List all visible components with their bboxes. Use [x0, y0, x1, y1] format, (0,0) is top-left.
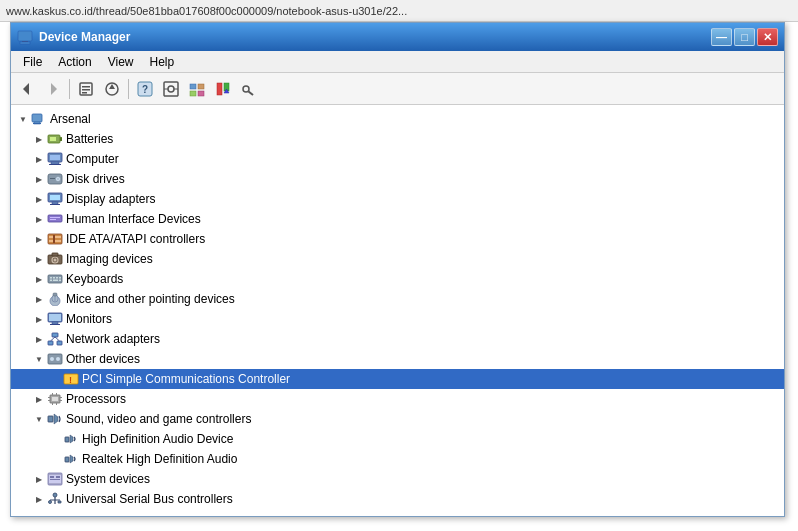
tree-item-monitors[interactable]: Monitors	[11, 309, 784, 329]
expand-imaging[interactable]	[31, 251, 47, 267]
usb-label: Universal Serial Bus controllers	[66, 492, 233, 506]
svg-rect-42	[52, 202, 58, 204]
mice-label: Mice and other pointing devices	[66, 292, 235, 306]
tree-item-mice[interactable]: Mice and other pointing devices	[11, 289, 784, 309]
svg-rect-73	[57, 341, 62, 345]
window-titlebar: Device Manager — □ ✕	[11, 23, 784, 51]
tree-item-realtek[interactable]: Realtek High Definition Audio	[11, 449, 784, 469]
expand-keyboards[interactable]	[31, 271, 47, 287]
device-type-button[interactable]	[185, 77, 209, 101]
toolbar-sep-1	[69, 79, 70, 99]
tree-item-imaging[interactable]: Imaging devices	[11, 249, 784, 269]
svg-rect-87	[52, 393, 53, 395]
svg-rect-35	[49, 164, 61, 165]
maximize-button[interactable]: □	[734, 28, 755, 46]
expand-ide[interactable]	[31, 231, 47, 247]
tree-item-system[interactable]: System devices	[11, 469, 784, 489]
tree-item-other-devices[interactable]: Other devices	[11, 349, 784, 369]
expand-mice[interactable]	[31, 291, 47, 307]
imaging-icon	[47, 251, 63, 267]
menu-help[interactable]: Help	[142, 53, 183, 71]
expand-monitors[interactable]	[31, 311, 47, 327]
expand-computer[interactable]	[31, 151, 47, 167]
tree-item-disk-drives[interactable]: Disk drives	[11, 169, 784, 189]
tree-item-processors[interactable]: Processors	[11, 389, 784, 409]
svg-rect-59	[59, 277, 61, 279]
realtek-icon	[63, 451, 79, 467]
tree-root-arsenal[interactable]: Arsenal	[11, 109, 784, 129]
display-adapters-icon	[47, 191, 63, 207]
tree-item-display-adapters[interactable]: Display adapters	[11, 189, 784, 209]
svg-rect-17	[190, 84, 196, 89]
svg-rect-71	[52, 333, 58, 337]
svg-point-102	[49, 501, 52, 504]
hid-icon	[47, 211, 63, 227]
expand-system[interactable]	[31, 471, 47, 487]
menu-action[interactable]: Action	[50, 53, 99, 71]
expand-usb[interactable]	[31, 491, 47, 507]
svg-text:!: !	[69, 375, 72, 385]
properties-button[interactable]	[74, 77, 98, 101]
tree-item-computer[interactable]: Computer	[11, 149, 784, 169]
computer-icon	[47, 151, 63, 167]
menu-view[interactable]: View	[100, 53, 142, 71]
device-manager-icon	[17, 29, 33, 45]
svg-rect-45	[50, 217, 60, 218]
tree-item-batteries[interactable]: Batteries	[11, 129, 784, 149]
expand-display-adapters[interactable]	[31, 191, 47, 207]
svg-rect-69	[52, 322, 58, 324]
expand-other-devices[interactable]	[31, 351, 47, 367]
svg-rect-7	[82, 89, 90, 91]
expand-disk-drives[interactable]	[31, 171, 47, 187]
expand-processors[interactable]	[31, 391, 47, 407]
tree-item-keyboards[interactable]: Keyboards	[11, 269, 784, 289]
svg-point-38	[57, 178, 59, 180]
usb-icon	[47, 491, 63, 507]
expand-arsenal[interactable]	[15, 111, 31, 127]
minimize-button[interactable]: —	[711, 28, 732, 46]
svg-rect-96	[50, 476, 54, 478]
expand-hid[interactable]	[31, 211, 47, 227]
svg-rect-55	[48, 275, 62, 283]
tree-item-hid[interactable]: Human Interface Devices	[11, 209, 784, 229]
svg-rect-50	[53, 235, 55, 243]
tree-item-usb[interactable]: Universal Serial Bus controllers	[11, 489, 784, 509]
back-button[interactable]	[15, 77, 39, 101]
expand-batteries[interactable]	[31, 131, 47, 147]
svg-rect-90	[56, 403, 57, 405]
scan-hardware-button[interactable]	[159, 77, 183, 101]
tree-item-network[interactable]: Network adapters	[11, 329, 784, 349]
svg-rect-54	[52, 253, 58, 256]
svg-point-14	[168, 86, 174, 92]
expand-network[interactable]	[31, 331, 47, 347]
ide-icon	[47, 231, 63, 247]
titlebar-left: Device Manager	[17, 29, 130, 45]
close-button[interactable]: ✕	[757, 28, 778, 46]
tree-item-hd-audio[interactable]: High Definition Audio Device	[11, 429, 784, 449]
svg-rect-61	[53, 280, 58, 282]
tree-container[interactable]: Arsenal Batteries Computer Disk drives	[11, 105, 784, 516]
resources-button[interactable]	[211, 77, 235, 101]
svg-rect-1	[20, 42, 30, 44]
device-manager-window: Device Manager — □ ✕ File Action View He…	[10, 22, 785, 517]
hd-audio-label: High Definition Audio Device	[82, 432, 233, 446]
update-driver-button[interactable]	[100, 77, 124, 101]
svg-rect-8	[82, 92, 87, 94]
svg-rect-58	[56, 277, 58, 279]
svg-line-25	[249, 91, 254, 95]
forward-button[interactable]	[41, 77, 65, 101]
view-button[interactable]	[237, 77, 261, 101]
svg-rect-33	[50, 155, 60, 160]
help-button[interactable]: ?	[133, 77, 157, 101]
svg-rect-92	[65, 437, 69, 442]
svg-rect-41	[50, 195, 60, 200]
tree-item-ide[interactable]: IDE ATA/ATAPI controllers	[11, 229, 784, 249]
svg-rect-85	[60, 397, 62, 398]
svg-rect-26	[32, 114, 42, 122]
expand-sound[interactable]	[31, 411, 47, 427]
menu-file[interactable]: File	[15, 53, 50, 71]
tree-item-pci[interactable]: ! PCI Simple Communications Controller	[11, 369, 784, 389]
tree-item-sound[interactable]: Sound, video and game controllers	[11, 409, 784, 429]
expand-hd-audio	[47, 431, 63, 447]
svg-point-78	[56, 357, 60, 361]
